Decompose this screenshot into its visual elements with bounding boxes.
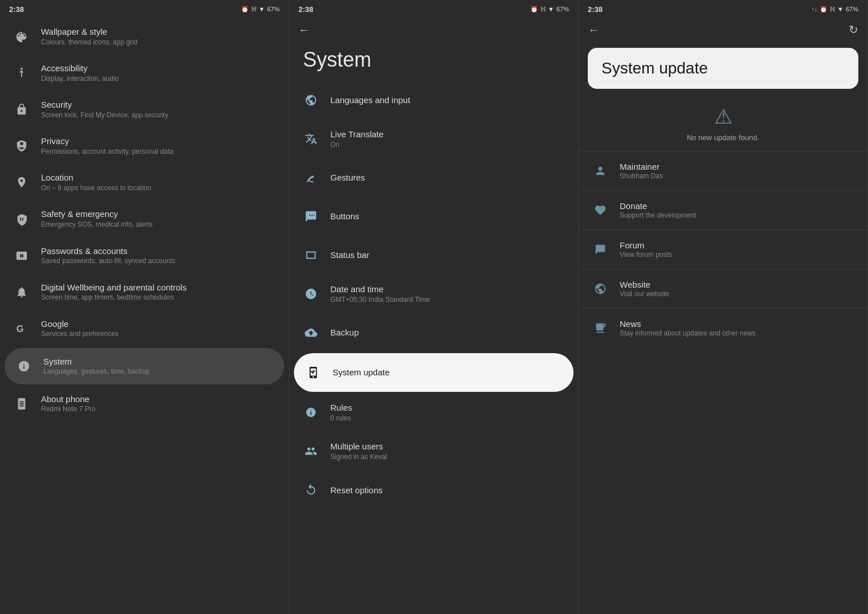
back-button-panel2[interactable]: ← [298,23,310,36]
sys-item-resetoptions[interactable]: Reset options [289,470,578,509]
sys-item-gestures[interactable]: Gestures [289,158,578,197]
datetime-text: Date and time GMT+05:30 India Standard T… [330,284,567,304]
update-item-website[interactable]: Website Visit our website [579,269,867,308]
sys-item-statusbar[interactable]: Status bar [289,236,578,275]
sidebar-item-privacy[interactable]: Privacy Permissions, account activity, p… [0,128,289,164]
status-icons-panel2: ⏰ ℍ ▼ 67% [530,6,569,13]
sidebar-item-location[interactable]: Location On – 9 apps have access to loca… [0,164,289,200]
panel-settings-main: 2:38 ⏰ ℍ ▼ 67% Wallpaper & style Colours… [0,0,289,614]
wifi-icon3: ▼ [837,6,844,13]
update-header-title: System update [601,59,845,77]
forum-icon [590,239,611,260]
google-icon: G [11,318,32,339]
sys-item-buttons[interactable]: Buttons [289,197,578,236]
systemupdate-icon [303,362,324,383]
statusbar-icon [301,245,321,265]
security-title: Security [41,99,277,110]
sys-item-systemupdate[interactable]: System update [294,353,574,392]
sys-item-datetime[interactable]: Date and time GMT+05:30 India Standard T… [289,275,578,313]
top-bar-panel2: ← [289,18,578,41]
passwords-text: Passwords & accounts Saved passwords, au… [41,245,277,266]
update-item-news[interactable]: News Stay informed about updates and oth… [579,308,867,347]
backup-title: Backup [330,327,567,338]
wellbeing-icon [11,282,32,302]
users-icon [301,441,321,461]
news-subtitle: Stay informed about updates and other ne… [620,329,756,337]
privacy-subtitle: Permissions, account activity, personal … [41,148,277,157]
wallpaper-text: Wallpaper & style Colours, themed icons,… [41,26,277,47]
refresh-button[interactable]: ↻ [849,23,858,36]
update-item-maintainer[interactable]: Maintainer Shubham Das [579,151,867,190]
signal-icon: ℍ [251,6,256,13]
signal-icon3: ℍ [830,6,835,13]
status-bar-panel2: 2:38 ⏰ ℍ ▼ 67% [289,0,578,18]
rules-icon [301,402,321,423]
forum-subtitle: View forum posts [620,251,672,259]
sidebar-item-passwords[interactable]: Passwords & accounts Saved passwords, au… [0,238,289,274]
maintainer-text: Maintainer Shubham Das [620,162,663,180]
status-bar-panel3: 2:38 ↑↓ ⏰ ℍ ▼ 67% [579,0,867,18]
sidebar-item-google[interactable]: G Google Services and preferences [0,310,289,347]
news-icon [590,318,611,338]
battery-pct2: 67% [556,6,569,13]
systemupdate-text: System update [333,367,564,378]
backup-icon [301,322,321,343]
sidebar-item-accessibility[interactable]: Accessibility Display, interaction, audi… [0,55,289,91]
status-icons-panel3: ↑↓ ⏰ ℍ ▼ 67% [812,6,858,13]
wifi-icon2: ▼ [548,6,554,13]
globe-icon [301,90,321,110]
system-subtitle: Languages, gestures, time, backup [43,367,275,376]
sys-item-livetranslate[interactable]: Live Translate On [289,120,578,158]
datetime-title: Date and time [330,284,567,295]
sidebar-item-safety[interactable]: Safety & emergency Emergency SOS, medica… [0,200,289,237]
website-globe-icon [590,279,611,299]
wallpaper-title: Wallpaper & style [41,26,277,38]
multipleusers-text: Multiple users Signed in as Keval [330,441,567,461]
livetranslate-text: Live Translate On [330,129,567,149]
safety-title: Safety & emergency [41,208,277,220]
sidebar-item-wellbeing[interactable]: Digital Wellbeing and parental controls … [0,274,289,310]
wellbeing-subtitle: Screen time, app timers, bedtime schedul… [41,293,277,302]
about-title: About phone [41,394,277,405]
resetoptions-title: Reset options [330,485,567,496]
gesture-icon [301,167,321,188]
system-text: System Languages, gestures, time, backup [43,356,275,376]
passwords-icon [11,245,32,266]
maintainer-title: Maintainer [620,162,663,171]
panel-system-update: 2:38 ↑↓ ⏰ ℍ ▼ 67% ← ↻ System update ⚠ No… [579,0,868,614]
statusbar-title: Status bar [330,249,567,261]
resetoptions-text: Reset options [330,485,567,496]
security-subtitle: Screen lock, Find My Device, app securit… [41,111,277,120]
back-button-panel3[interactable]: ← [588,23,599,36]
system-title-heading: System [289,41,578,81]
gestures-title: Gestures [330,172,567,183]
update-item-donate[interactable]: Donate Support the development [579,190,867,230]
signal-icon2: ℍ [541,6,546,13]
languages-title: Languages and input [330,95,567,106]
sidebar-item-security[interactable]: Security Screen lock, Find My Device, ap… [0,91,289,128]
google-text: Google Services and preferences [41,318,277,339]
location-subtitle: On – 9 apps have access to location [41,184,277,193]
sys-item-languages[interactable]: Languages and input [289,81,578,120]
status-icons-panel1: ⏰ ℍ ▼ 67% [241,6,280,13]
update-item-forum[interactable]: Forum View forum posts [579,230,867,269]
donate-subtitle: Support the development [620,211,696,219]
system-menu-list: System Languages and input Live Translat… [289,41,578,614]
sidebar-item-about[interactable]: About phone Redmi Note 7 Pro [0,386,289,422]
sidebar-item-system[interactable]: System Languages, gestures, time, backup [5,348,284,384]
languages-text: Languages and input [330,95,567,106]
accessibility-icon [11,63,32,83]
sys-item-backup[interactable]: Backup [289,313,578,352]
no-update-text: No new update found. [687,133,759,142]
panel-system: 2:38 ⏰ ℍ ▼ 67% ← System Languages and in… [289,0,579,614]
buttons-title: Buttons [330,211,567,222]
location-title: Location [41,172,277,183]
warning-triangle-icon: ⚠ [714,105,732,129]
sidebar-item-wallpaper[interactable]: Wallpaper & style Colours, themed icons,… [0,18,289,55]
reset-icon [301,480,321,500]
forum-text: Forum View forum posts [620,240,672,259]
time-panel1: 2:38 [9,5,24,14]
sys-item-rules[interactable]: Rules 0 rules [289,393,578,432]
sys-item-multipleusers[interactable]: Multiple users Signed in as Keval [289,432,578,470]
news-text: News Stay informed about updates and oth… [620,319,756,337]
